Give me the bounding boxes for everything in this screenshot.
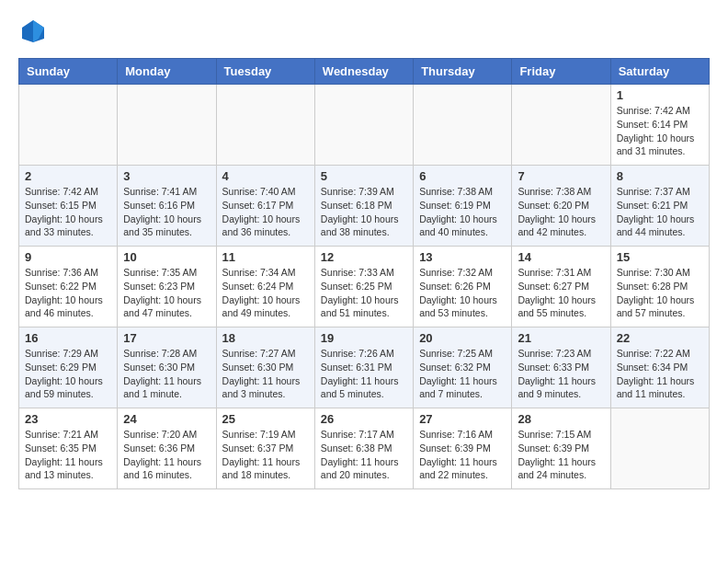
day-number: 21 [518,331,604,345]
calendar-cell: 4Sunrise: 7:40 AM Sunset: 6:17 PM Daylig… [216,166,314,247]
day-number: 27 [419,412,506,426]
calendar-cell: 24Sunrise: 7:20 AM Sunset: 6:36 PM Dayli… [118,408,216,489]
day-info: Sunrise: 7:34 AM Sunset: 6:24 PM Dayligh… [222,266,309,320]
day-info: Sunrise: 7:15 AM Sunset: 6:39 PM Dayligh… [518,428,604,482]
calendar-cell [118,85,216,166]
day-number: 14 [518,250,604,264]
calendar-cell: 12Sunrise: 7:33 AM Sunset: 6:25 PM Dayli… [314,247,413,327]
calendar-cell: 28Sunrise: 7:15 AM Sunset: 6:39 PM Dayli… [512,408,610,489]
logo [18,18,46,49]
day-number: 25 [222,412,309,426]
day-number: 13 [419,250,506,264]
day-number: 12 [321,250,407,264]
day-number: 28 [518,412,604,426]
day-info: Sunrise: 7:40 AM Sunset: 6:17 PM Dayligh… [222,185,309,239]
calendar-cell: 1Sunrise: 7:42 AM Sunset: 6:14 PM Daylig… [610,85,709,166]
day-info: Sunrise: 7:38 AM Sunset: 6:19 PM Dayligh… [419,185,506,239]
day-info: Sunrise: 7:31 AM Sunset: 6:27 PM Dayligh… [518,266,604,320]
calendar-week-row: 1Sunrise: 7:42 AM Sunset: 6:14 PM Daylig… [19,85,710,166]
col-header-saturday: Saturday [610,59,709,85]
day-info: Sunrise: 7:22 AM Sunset: 6:34 PM Dayligh… [617,347,703,401]
calendar-cell: 26Sunrise: 7:17 AM Sunset: 6:38 PM Dayli… [314,408,413,489]
calendar-cell [414,85,512,166]
calendar-cell [19,85,118,166]
calendar-header-row: SundayMondayTuesdayWednesdayThursdayFrid… [19,59,710,85]
calendar-week-row: 9Sunrise: 7:36 AM Sunset: 6:22 PM Daylig… [19,247,710,327]
calendar-cell: 19Sunrise: 7:26 AM Sunset: 6:31 PM Dayli… [314,327,413,408]
day-number: 22 [617,331,703,345]
day-info: Sunrise: 7:32 AM Sunset: 6:26 PM Dayligh… [419,266,506,320]
calendar-cell: 23Sunrise: 7:21 AM Sunset: 6:35 PM Dayli… [19,408,118,489]
calendar-cell: 16Sunrise: 7:29 AM Sunset: 6:29 PM Dayli… [19,327,118,408]
day-number: 15 [617,250,703,264]
calendar-cell: 27Sunrise: 7:16 AM Sunset: 6:39 PM Dayli… [414,408,512,489]
day-info: Sunrise: 7:19 AM Sunset: 6:37 PM Dayligh… [222,428,309,482]
calendar-cell: 6Sunrise: 7:38 AM Sunset: 6:19 PM Daylig… [414,166,512,247]
calendar-cell: 22Sunrise: 7:22 AM Sunset: 6:34 PM Dayli… [610,327,709,408]
day-number: 3 [123,169,210,183]
day-info: Sunrise: 7:16 AM Sunset: 6:39 PM Dayligh… [419,428,506,482]
day-number: 19 [321,331,407,345]
day-info: Sunrise: 7:25 AM Sunset: 6:32 PM Dayligh… [419,347,506,401]
day-info: Sunrise: 7:42 AM Sunset: 6:15 PM Dayligh… [25,185,111,239]
calendar-cell: 20Sunrise: 7:25 AM Sunset: 6:32 PM Dayli… [414,327,512,408]
col-header-monday: Monday [118,59,216,85]
day-info: Sunrise: 7:35 AM Sunset: 6:23 PM Dayligh… [123,266,210,320]
day-number: 5 [321,169,407,183]
day-number: 24 [123,412,210,426]
col-header-wednesday: Wednesday [314,59,413,85]
day-info: Sunrise: 7:37 AM Sunset: 6:21 PM Dayligh… [617,185,703,239]
day-info: Sunrise: 7:29 AM Sunset: 6:29 PM Dayligh… [25,347,111,401]
day-number: 9 [25,250,111,264]
calendar-cell [512,85,610,166]
day-number: 18 [222,331,309,345]
day-info: Sunrise: 7:30 AM Sunset: 6:28 PM Dayligh… [617,266,703,320]
col-header-thursday: Thursday [414,59,512,85]
calendar-table: SundayMondayTuesdayWednesdayThursdayFrid… [18,58,710,489]
calendar-cell: 11Sunrise: 7:34 AM Sunset: 6:24 PM Dayli… [216,247,314,327]
calendar-cell [216,85,314,166]
calendar-cell: 10Sunrise: 7:35 AM Sunset: 6:23 PM Dayli… [118,247,216,327]
day-number: 8 [617,169,703,183]
day-info: Sunrise: 7:41 AM Sunset: 6:16 PM Dayligh… [123,185,210,239]
calendar-cell: 15Sunrise: 7:30 AM Sunset: 6:28 PM Dayli… [610,247,709,327]
day-number: 4 [222,169,309,183]
day-info: Sunrise: 7:42 AM Sunset: 6:14 PM Dayligh… [617,104,703,158]
day-info: Sunrise: 7:23 AM Sunset: 6:33 PM Dayligh… [518,347,604,401]
day-number: 17 [123,331,210,345]
calendar-cell: 14Sunrise: 7:31 AM Sunset: 6:27 PM Dayli… [512,247,610,327]
calendar-week-row: 2Sunrise: 7:42 AM Sunset: 6:15 PM Daylig… [19,166,710,247]
day-info: Sunrise: 7:17 AM Sunset: 6:38 PM Dayligh… [321,428,407,482]
col-header-sunday: Sunday [19,59,118,85]
calendar-cell: 2Sunrise: 7:42 AM Sunset: 6:15 PM Daylig… [19,166,118,247]
day-info: Sunrise: 7:20 AM Sunset: 6:36 PM Dayligh… [123,428,210,482]
page-header [18,18,710,49]
day-info: Sunrise: 7:38 AM Sunset: 6:20 PM Dayligh… [518,185,604,239]
calendar-cell: 8Sunrise: 7:37 AM Sunset: 6:21 PM Daylig… [610,166,709,247]
day-info: Sunrise: 7:21 AM Sunset: 6:35 PM Dayligh… [25,428,111,482]
calendar-cell: 25Sunrise: 7:19 AM Sunset: 6:37 PM Dayli… [216,408,314,489]
calendar-cell: 21Sunrise: 7:23 AM Sunset: 6:33 PM Dayli… [512,327,610,408]
calendar-cell: 9Sunrise: 7:36 AM Sunset: 6:22 PM Daylig… [19,247,118,327]
calendar-week-row: 23Sunrise: 7:21 AM Sunset: 6:35 PM Dayli… [19,408,710,489]
day-number: 6 [419,169,506,183]
day-number: 26 [321,412,407,426]
day-info: Sunrise: 7:28 AM Sunset: 6:30 PM Dayligh… [123,347,210,401]
calendar-cell: 5Sunrise: 7:39 AM Sunset: 6:18 PM Daylig… [314,166,413,247]
calendar-cell: 7Sunrise: 7:38 AM Sunset: 6:20 PM Daylig… [512,166,610,247]
day-number: 16 [25,331,111,345]
day-number: 2 [25,169,111,183]
calendar-cell: 18Sunrise: 7:27 AM Sunset: 6:30 PM Dayli… [216,327,314,408]
day-number: 1 [617,88,703,102]
calendar-week-row: 16Sunrise: 7:29 AM Sunset: 6:29 PM Dayli… [19,327,710,408]
day-number: 20 [419,331,506,345]
calendar-cell [610,408,709,489]
day-info: Sunrise: 7:27 AM Sunset: 6:30 PM Dayligh… [222,347,309,401]
day-number: 11 [222,250,309,264]
logo-icon [20,18,46,44]
col-header-friday: Friday [512,59,610,85]
day-number: 23 [25,412,111,426]
day-info: Sunrise: 7:26 AM Sunset: 6:31 PM Dayligh… [321,347,407,401]
day-number: 10 [123,250,210,264]
day-info: Sunrise: 7:39 AM Sunset: 6:18 PM Dayligh… [321,185,407,239]
